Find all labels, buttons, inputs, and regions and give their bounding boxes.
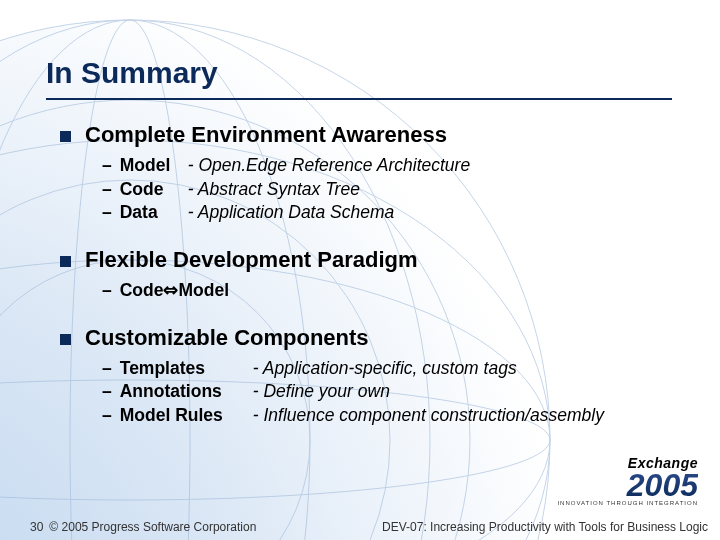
- bullet-square-icon: [60, 131, 71, 142]
- item-label: Annotations: [120, 380, 245, 404]
- logo-tagline: INNOVATION THROUGH INTEGRATION: [557, 500, 698, 506]
- list-item: – Templates - Application-specific, cust…: [102, 357, 680, 381]
- dash-icon: –: [102, 178, 112, 202]
- slide-title: In Summary: [46, 56, 218, 90]
- item-label: Model Rules: [120, 404, 245, 428]
- item-label: Model: [120, 154, 180, 178]
- dash-icon: –: [102, 154, 112, 178]
- section-1: Complete Environment Awareness – Model -…: [60, 122, 680, 225]
- item-desc: - Application Data Schema: [188, 201, 395, 225]
- page-number: 30: [30, 520, 43, 534]
- item-label: Code⇔Model: [120, 279, 229, 303]
- item-desc: - Abstract Syntax Tree: [188, 178, 360, 202]
- item-desc: - Application-specific, custom tags: [253, 357, 517, 381]
- item-desc: - Open.Edge Reference Architecture: [188, 154, 470, 178]
- dash-icon: –: [102, 357, 112, 381]
- list-item: – Code⇔Model: [102, 279, 680, 303]
- dash-icon: –: [102, 404, 112, 428]
- item-desc: - Define your own: [253, 380, 390, 404]
- section-3: Customizable Components – Templates - Ap…: [60, 325, 680, 428]
- section-heading: Flexible Development Paradigm: [85, 247, 418, 273]
- item-desc: - Influence component construction/assem…: [253, 404, 604, 428]
- dash-icon: –: [102, 201, 112, 225]
- section-2: Flexible Development Paradigm – Code⇔Mod…: [60, 247, 680, 303]
- exchange-logo: Exchange 2005 INNOVATION THROUGH INTEGRA…: [557, 455, 698, 506]
- list-item: – Annotations - Define your own: [102, 380, 680, 404]
- item-label: Code: [120, 178, 180, 202]
- list-item: – Model - Open.Edge Reference Architectu…: [102, 154, 680, 178]
- section-heading: Customizable Components: [85, 325, 369, 351]
- slide-body: Complete Environment Awareness – Model -…: [60, 122, 680, 449]
- item-label: Data: [120, 201, 180, 225]
- list-item: – Code - Abstract Syntax Tree: [102, 178, 680, 202]
- bullet-square-icon: [60, 256, 71, 267]
- session-title: DEV-07: Increasing Productivity with Too…: [382, 520, 708, 534]
- slide-footer: 30 © 2005 Progress Software Corporation …: [0, 514, 720, 540]
- list-item: – Data - Application Data Schema: [102, 201, 680, 225]
- logo-year: 2005: [557, 471, 698, 500]
- dash-icon: –: [102, 380, 112, 404]
- bullet-square-icon: [60, 334, 71, 345]
- title-underline: [46, 98, 672, 100]
- list-item: – Model Rules - Influence component cons…: [102, 404, 680, 428]
- item-label: Templates: [120, 357, 245, 381]
- dash-icon: –: [102, 279, 112, 303]
- section-heading: Complete Environment Awareness: [85, 122, 447, 148]
- copyright-text: © 2005 Progress Software Corporation: [49, 520, 256, 534]
